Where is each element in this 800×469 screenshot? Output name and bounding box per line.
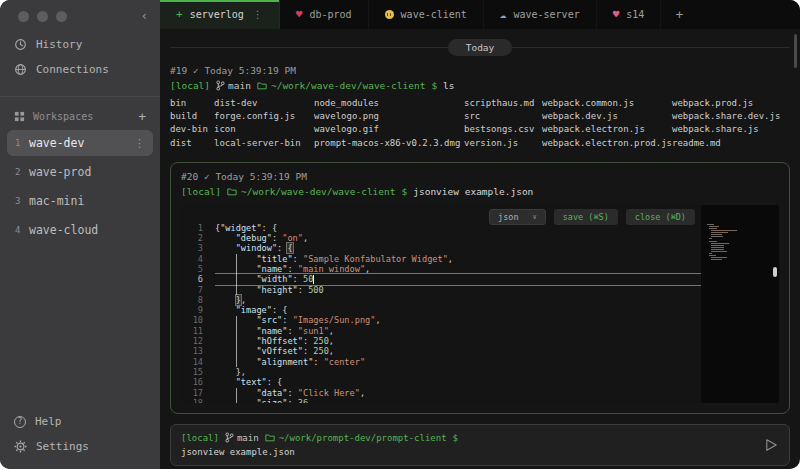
tab-label: s14: [626, 9, 644, 20]
line-number: 7: [181, 285, 203, 295]
line-number: 1: [181, 223, 203, 233]
tab-wave-client[interactable]: wave-client: [369, 0, 484, 29]
today-pill[interactable]: Today: [448, 39, 513, 56]
add-workspace-button[interactable]: +: [138, 109, 146, 124]
titlebar: ‹: [0, 0, 160, 32]
close-button[interactable]: close (⌘D): [626, 209, 695, 225]
minimap[interactable]: [701, 205, 779, 403]
check-icon: ✓: [193, 65, 199, 76]
tab-serverlog[interactable]: +serverlog⋮: [160, 0, 280, 29]
line-content: "height": 500: [215, 285, 701, 295]
block-19-commandline: [local] main ~/work/wave-dev/wave-client: [170, 78, 790, 93]
token: ,: [303, 233, 308, 243]
workspace-item-wave-cloud[interactable]: 4wave-cloud: [7, 217, 153, 243]
tab-wave-server[interactable]: ☁wave-server: [484, 0, 597, 29]
main-scrollbar[interactable]: [794, 34, 797, 68]
token: {: [287, 243, 292, 253]
tab-db-prod[interactable]: ♥db-prod: [280, 0, 369, 29]
divider-line: [170, 47, 448, 48]
remote-label: [local]: [181, 431, 219, 445]
prompt-symbol: $: [431, 78, 437, 93]
ls-file: dev-bin: [170, 123, 214, 136]
token: ,: [375, 315, 380, 325]
token: : {: [272, 305, 288, 315]
line-content: "alignment": "center": [215, 357, 701, 367]
workspace-label: wave-cloud: [29, 223, 98, 237]
sidebar-item-settings[interactable]: Settings: [0, 434, 160, 459]
code-line-6: 6"width": 50: [181, 274, 701, 284]
command-block-19[interactable]: #19 ✓ Today 5:39:19 PM [local] main: [170, 63, 790, 150]
code-line-14: 14"alignment": "center": [181, 357, 701, 367]
workspace-item-wave-dev[interactable]: 1wave-dev⋮: [7, 130, 153, 156]
tab-s14[interactable]: ♥s14: [597, 0, 662, 29]
workspaces-header-label: Workspaces: [33, 111, 93, 122]
ls-file: dist: [170, 137, 214, 150]
minimize-window-icon[interactable]: [37, 11, 48, 22]
line-number: 13: [181, 346, 203, 356]
line-number: 5: [181, 264, 203, 274]
minimap-scroll-handle[interactable]: [773, 267, 777, 277]
minimap-line: [709, 253, 712, 254]
folder-icon: [227, 187, 237, 196]
token: :: [287, 388, 297, 398]
code-line-16: 16"text": {: [181, 377, 701, 387]
heart-icon: ♥: [613, 9, 620, 20]
git-branch-icon: [225, 432, 234, 443]
tab-label: wave-client: [401, 9, 467, 20]
workspace-menu-icon[interactable]: ⋮: [134, 137, 145, 150]
token: "text": [236, 377, 267, 387]
editor-toolbar: json ∨ save (⌘S) close (⌘D): [489, 209, 695, 225]
tab-bar: +serverlog⋮♥db-prodwave-client☁wave-serv…: [160, 0, 800, 29]
token: "vOffset": [256, 346, 303, 356]
ls-column: webpack.common.jswebpack.dev.jswebpack.e…: [542, 97, 672, 150]
folder-icon: [257, 81, 267, 90]
token: "alignment": [256, 357, 313, 367]
token: "widget": [220, 223, 261, 233]
line-number: 4: [181, 254, 203, 264]
language-select[interactable]: json ∨: [489, 209, 546, 225]
line-content: "size": 36,: [215, 398, 701, 403]
minimap-line: [709, 226, 719, 227]
json-editor[interactable]: json ∨ save (⌘S) close (⌘D) 1{"widget": …: [181, 205, 779, 403]
close-window-icon[interactable]: [18, 11, 29, 22]
token: 250: [313, 346, 329, 356]
sidebar-item-history[interactable]: History: [0, 32, 160, 57]
minimap-line: [711, 245, 724, 246]
workspace-item-wave-prod[interactable]: 2wave-prod: [7, 159, 153, 185]
code-line-7: 7"height": 500: [181, 285, 701, 295]
prompt-symbol: $: [453, 431, 458, 445]
sidebar-bottom: ? Help Settings: [0, 409, 160, 469]
line-number: 11: [181, 326, 203, 336]
ls-file: webpack.common.js: [542, 97, 672, 110]
app-window: ‹ History Connections: [0, 0, 800, 469]
indent-guide: [236, 388, 237, 403]
ls-column: binbuilddev-bindist: [170, 97, 214, 150]
cwd-path: ~/work/wave-dev/wave-client: [241, 184, 395, 199]
command-block-20[interactable]: #20 ✓ Today 5:39:19 PM [local] ~/work/wa…: [170, 162, 790, 414]
tab-menu-icon[interactable]: ⋮: [253, 9, 263, 20]
line-number: 10: [181, 315, 203, 325]
sidebar-item-connections[interactable]: Connections: [0, 57, 160, 82]
code-lines[interactable]: 1{"widget": {2"debug": "on",3"window": {…: [181, 223, 701, 403]
send-command-icon[interactable]: [764, 437, 779, 452]
sidebar-item-help[interactable]: ? Help: [0, 409, 160, 434]
collapse-sidebar-icon[interactable]: ‹: [141, 9, 148, 23]
token: ,: [360, 388, 365, 398]
new-tab-button[interactable]: +: [661, 0, 697, 29]
code-line-15: 15},: [181, 367, 701, 377]
workspace-item-mac-mini[interactable]: 3mac-mini: [7, 188, 153, 214]
line-number: 18: [181, 398, 203, 403]
token: ,: [241, 295, 246, 305]
token: "image": [236, 305, 272, 315]
zoom-window-icon[interactable]: [56, 11, 67, 22]
token: :: [293, 274, 303, 284]
line-number: 16: [181, 377, 203, 387]
save-button[interactable]: save (⌘S): [554, 209, 618, 225]
line-content: "src": "Images/Sun.png",: [215, 315, 701, 325]
command-input[interactable]: [local] main ~/work/prompt-dev/prompt-cl…: [170, 424, 790, 466]
command-input-value[interactable]: jsonview example.json: [181, 445, 779, 459]
traffic-lights[interactable]: [18, 11, 67, 22]
minimap-line: [709, 255, 716, 256]
token: },: [236, 367, 246, 377]
token: "on": [282, 233, 303, 243]
